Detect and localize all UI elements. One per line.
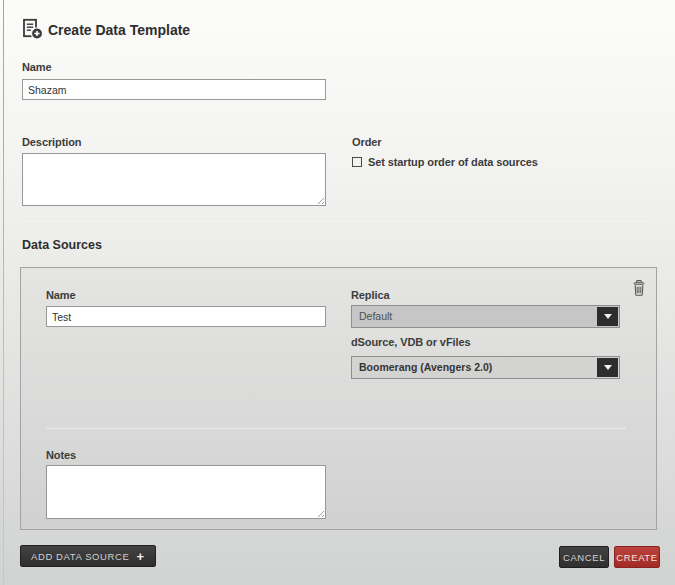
name-label: Name <box>22 61 52 73</box>
page-title: Create Data Template <box>48 22 190 38</box>
cancel-button[interactable]: CANCEL <box>559 546 609 568</box>
dsource-dropdown[interactable]: Boomerang (Avengers 2.0) <box>351 356 620 379</box>
create-button[interactable]: CREATE <box>614 546 660 568</box>
replica-label: Replica <box>351 289 389 301</box>
data-sources-heading: Data Sources <box>22 238 102 252</box>
plus-icon: + <box>136 550 144 563</box>
name-input[interactable] <box>22 79 326 100</box>
source-name-label: Name <box>46 289 76 301</box>
section-divider <box>22 117 653 118</box>
notes-textarea[interactable] <box>46 465 326 519</box>
dsource-label: dSource, VDB or vFiles <box>351 336 470 348</box>
order-label: Order <box>352 136 381 148</box>
document-add-icon <box>20 17 44 41</box>
startup-order-checkbox-label: Set startup order of data sources <box>368 156 538 168</box>
source-name-input[interactable] <box>46 306 326 327</box>
description-label: Description <box>22 136 81 148</box>
add-data-source-label: ADD DATA SOURCE <box>31 551 129 562</box>
startup-order-checkbox[interactable] <box>352 157 362 167</box>
card-divider <box>46 428 626 429</box>
chevron-down-icon[interactable] <box>597 358 618 377</box>
notes-label: Notes <box>46 449 76 461</box>
chevron-down-icon[interactable] <box>597 307 618 326</box>
description-textarea[interactable] <box>22 153 326 206</box>
section-divider <box>22 221 653 222</box>
data-source-card: Name Replica Default dSource, VDB or vFi… <box>20 267 657 530</box>
add-data-source-button[interactable]: ADD DATA SOURCE + <box>20 545 156 567</box>
startup-order-option[interactable]: Set startup order of data sources <box>352 156 538 168</box>
dsource-selected-value: Boomerang (Avengers 2.0) <box>352 357 619 378</box>
replica-selected-value: Default <box>352 306 619 327</box>
trash-icon[interactable] <box>632 280 646 296</box>
replica-dropdown[interactable]: Default <box>351 305 620 328</box>
left-edge-divider <box>3 0 4 585</box>
